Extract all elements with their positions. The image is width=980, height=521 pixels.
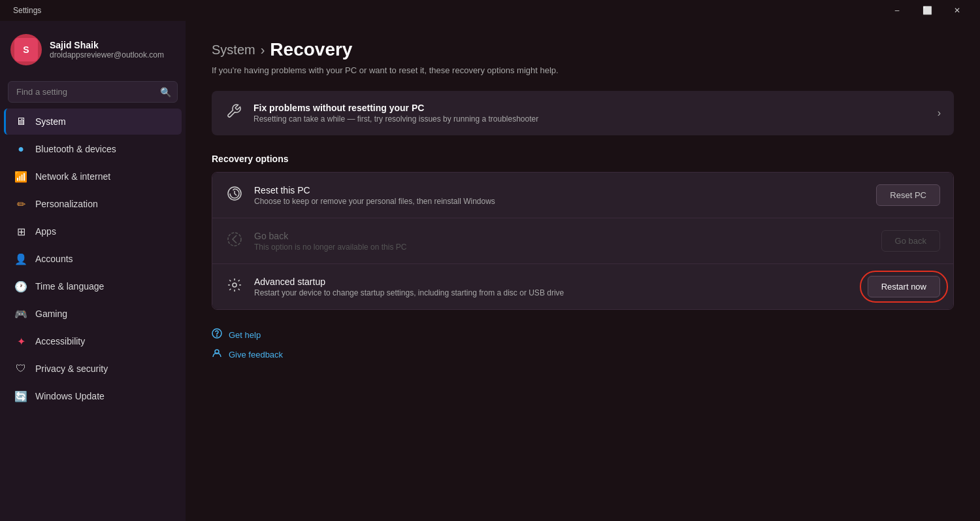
user-profile[interactable]: S Sajid Shaik droidappsreviewer@outlook.… [0,21,186,78]
sidebar-item-accessibility[interactable]: ✦ Accessibility [4,328,182,354]
reset-title: Reset this PC [254,185,866,195]
svg-point-2 [233,283,237,287]
reset-pc-button[interactable]: Reset PC [876,184,940,206]
get-help-label: Get help [229,330,261,340]
fix-text: Fix problems without resetting your PC R… [253,103,927,124]
gaming-icon: 🎮 [14,307,27,320]
system-icon: 🖥 [14,115,27,128]
give-feedback-label: Give feedback [229,350,283,360]
network-icon: 📶 [14,170,27,183]
go-back-button[interactable]: Go back [881,230,940,252]
search-input[interactable] [8,81,178,103]
sidebar-item-label: Windows Update [35,391,105,401]
close-button[interactable]: ✕ [942,0,972,21]
search-box: 🔍 [8,81,178,103]
get-help-icon [212,328,222,341]
window-title: Settings [13,6,41,15]
fix-description: Resetting can take a while — first, try … [253,114,927,124]
window-controls: – ⬜ ✕ [882,0,972,21]
sidebar-item-network[interactable]: 📶 Network & internet [4,163,182,190]
avatar-initials: S [14,38,38,61]
fix-title: Fix problems without resetting your PC [253,103,927,113]
personalization-icon: ✏ [14,197,27,210]
sidebar-item-label: Gaming [35,309,67,319]
reset-text: Reset this PC Choose to keep or remove y… [254,185,866,206]
accessibility-icon: ✦ [14,335,27,348]
sidebar-item-label: Network & internet [35,171,110,182]
reset-icon [225,186,244,205]
sidebar-item-apps[interactable]: ⊞ Apps [4,218,182,244]
give-feedback-link[interactable]: Give feedback [212,348,954,361]
advanced-startup-row: Advanced startup Restart your device to … [212,263,953,309]
sidebar: S Sajid Shaik droidappsreviewer@outlook.… [0,21,186,521]
svg-point-4 [217,336,218,337]
sidebar-item-label: Time & language [35,281,104,292]
privacy-icon: 🛡 [14,362,27,375]
avatar: S [10,34,42,65]
restart-now-button[interactable]: Restart now [868,276,940,297]
search-icon: 🔍 [160,87,171,97]
sidebar-item-accounts[interactable]: 👤 Accounts [4,246,182,272]
breadcrumb-current: Recovery [270,39,352,60]
sidebar-item-label: Accessibility [35,336,85,346]
go-back-text: Go back This option is no longer availab… [254,231,871,252]
bluetooth-icon: ● [14,143,27,156]
advanced-startup-title: Advanced startup [254,277,857,287]
get-help-link[interactable]: Get help [212,328,954,341]
sidebar-item-personalization[interactable]: ✏ Personalization [4,191,182,217]
go-back-icon [225,231,244,251]
fix-problems-card[interactable]: Fix problems without resetting your PC R… [212,91,954,135]
maximize-button[interactable]: ⬜ [912,0,942,21]
time-icon: 🕐 [14,280,27,293]
sidebar-item-time[interactable]: 🕐 Time & language [4,273,182,299]
breadcrumb-parent: System [212,42,255,58]
sidebar-item-label: Accounts [35,254,73,264]
accounts-icon: 👤 [14,252,27,265]
sidebar-item-privacy[interactable]: 🛡 Privacy & security [4,356,182,382]
breadcrumb-separator: › [261,42,265,58]
user-info: Sajid Shaik droidappsreviewer@outlook.co… [50,40,164,59]
breadcrumb: System › Recovery [212,39,954,60]
reset-pc-row: Reset this PC Choose to keep or remove y… [212,173,953,218]
go-back-description: This option is no longer available on th… [254,243,871,252]
give-feedback-icon [212,348,222,361]
sidebar-item-label: Personalization [35,199,98,209]
recovery-section-title: Recovery options [212,154,954,164]
recovery-options-container: Reset this PC Choose to keep or remove y… [212,172,954,310]
user-email: droidappsreviewer@outlook.com [50,50,164,59]
apps-icon: ⊞ [14,225,27,238]
update-icon: 🔄 [14,390,27,403]
go-back-row: Go back This option is no longer availab… [212,218,953,263]
minimize-button[interactable]: – [882,0,912,21]
sidebar-item-bluetooth[interactable]: ● Bluetooth & devices [4,136,182,162]
advanced-startup-text: Advanced startup Restart your device to … [254,277,857,297]
advanced-startup-description: Restart your device to change startup se… [254,288,857,297]
sidebar-item-label: Bluetooth & devices [35,144,116,154]
advanced-startup-icon [225,277,244,297]
fix-icon [225,103,243,123]
page-description: If you're having problems with your PC o… [212,65,954,75]
sidebar-item-label: Apps [35,226,56,237]
sidebar-item-gaming[interactable]: 🎮 Gaming [4,301,182,327]
sidebar-item-label: System [35,116,66,127]
chevron-right-icon: › [938,107,941,119]
sidebar-item-system[interactable]: 🖥 System [4,109,182,135]
sidebar-item-update[interactable]: 🔄 Windows Update [4,383,182,409]
restart-highlight: Restart now [868,276,940,297]
svg-point-1 [228,233,241,246]
help-links: Get help Give feedback [212,328,954,361]
main-content: System › Recovery If you're having probl… [186,21,980,521]
user-name: Sajid Shaik [50,40,164,50]
reset-description: Choose to keep or remove your personal f… [254,197,866,206]
titlebar: ← Settings – ⬜ ✕ [0,0,980,21]
app-container: S Sajid Shaik droidappsreviewer@outlook.… [0,21,980,521]
go-back-title: Go back [254,231,871,241]
sidebar-item-label: Privacy & security [35,363,108,374]
